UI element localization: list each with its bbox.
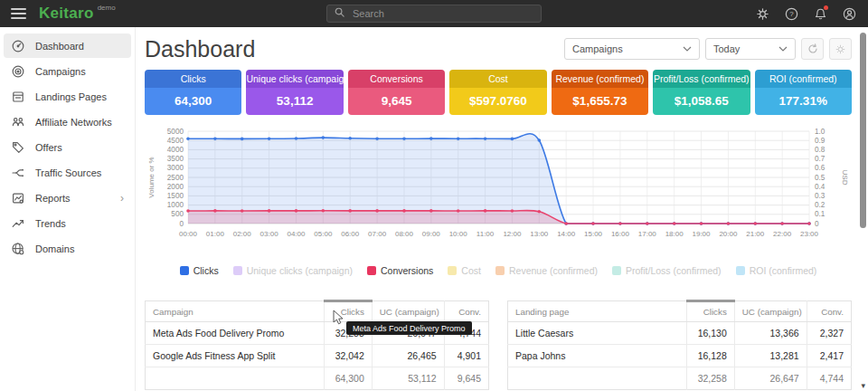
svg-text:15:00: 15:00 xyxy=(584,230,603,238)
metric-label: Conversions xyxy=(348,70,445,88)
chevron-right-icon: › xyxy=(120,192,124,205)
column-header-campaign[interactable]: Campaign xyxy=(146,301,325,322)
total-value xyxy=(508,367,687,390)
metric-label: Profit/Loss (confirmed) xyxy=(653,70,750,88)
svg-text:0: 0 xyxy=(179,220,184,228)
metric-label: Cost xyxy=(449,70,546,88)
svg-text:23:00: 23:00 xyxy=(800,230,819,238)
svg-text:10:00: 10:00 xyxy=(449,230,468,238)
legend-swatch xyxy=(612,266,621,275)
campaigns-report: CampaignClicksUC (campaign)Conv.Meta Ads… xyxy=(145,300,489,390)
sidebar-item-landings-pages[interactable]: Landings Pages xyxy=(4,84,131,109)
settings-icon[interactable] xyxy=(754,5,770,22)
svg-text:2500: 2500 xyxy=(167,174,184,182)
legend-item-profit-loss-confirmed[interactable]: Profit/Loss (confirmed) xyxy=(612,265,722,276)
scrollbar-thumb[interactable] xyxy=(860,33,866,228)
svg-text:21:00: 21:00 xyxy=(746,230,765,238)
scroll-down-arrow-icon[interactable]: ▾ xyxy=(861,382,865,390)
notification-badge xyxy=(824,5,828,10)
metric-value: $1,058.65 xyxy=(653,88,750,115)
row-value: 13,366 xyxy=(734,322,807,345)
svg-text:3500: 3500 xyxy=(167,155,184,163)
row-value: 16,130 xyxy=(686,322,734,345)
row-value: 13,281 xyxy=(734,345,807,367)
sidebar-item-dashboard[interactable]: Dashboard xyxy=(4,33,131,58)
sidebar-item-label: Domains xyxy=(35,243,74,254)
chevron-down-icon xyxy=(683,46,692,52)
metric-card-roi-confirmed: ROI (confirmed)177.31% xyxy=(755,70,852,115)
sidebar-item-traffic-sources[interactable]: Traffic Sources xyxy=(4,160,131,185)
date-range-select[interactable]: Today xyxy=(705,38,796,60)
row-name[interactable]: Meta Ads Food Delivery Promo xyxy=(146,322,325,345)
table-row[interactable]: Google Ads Fitness App Split32,04226,465… xyxy=(146,345,489,367)
legend-item-cost[interactable]: Cost xyxy=(448,265,481,276)
sidebar-item-trends[interactable]: Trends xyxy=(4,211,131,235)
account-icon[interactable] xyxy=(841,5,857,22)
metric-card-revenue-confirmed: Revenue (confirmed)$1,655.73 xyxy=(552,70,648,115)
logo[interactable]: Keitarodemo xyxy=(39,0,116,27)
sidebar-item-offers[interactable]: Offers xyxy=(4,135,131,159)
column-header-conv[interactable]: Conv. xyxy=(807,301,851,322)
svg-text:4500: 4500 xyxy=(167,137,184,145)
svg-text:1000: 1000 xyxy=(167,201,184,209)
totals-row: 32,25826,6474,744 xyxy=(508,367,852,390)
sidebar-item-label: Offers xyxy=(35,142,62,153)
sidebar-item-affiliate-networks[interactable]: Affiliate Networks xyxy=(4,110,131,134)
metric-value: $1,655.73 xyxy=(552,88,648,115)
table-row[interactable]: Papa Johns16,12813,2812,417 xyxy=(508,345,852,367)
help-icon[interactable]: ? xyxy=(783,5,799,22)
menu-toggle-icon[interactable] xyxy=(11,8,26,19)
legend-item-revenue-confirmed[interactable]: Revenue (confirmed) xyxy=(495,265,598,276)
column-header-clicks[interactable]: Clicks xyxy=(686,301,734,322)
column-header-conv[interactable]: Conv. xyxy=(444,301,488,322)
legend-item-roi-confirmed[interactable]: ROI (confirmed) xyxy=(736,265,817,276)
row-name[interactable]: Papa Johns xyxy=(508,345,687,367)
column-header-uc-campaign[interactable]: UC (campaign) xyxy=(734,301,807,322)
sidebar-item-domains[interactable]: Domains xyxy=(4,236,131,261)
sidebar-item-label: Trends xyxy=(35,218,66,229)
demo-badge: demo xyxy=(98,4,116,12)
row-value: 2,327 xyxy=(807,322,851,345)
svg-text:07:00: 07:00 xyxy=(368,230,387,238)
search-icon xyxy=(334,5,345,22)
metric-label: Revenue (confirmed) xyxy=(552,70,648,88)
main-content: Dashboard Campaigns Today xyxy=(136,27,868,391)
sidebar-item-label: Campaigns xyxy=(35,66,86,77)
metric-card-unique-clicks-campaign: Unique clicks (campaign)53,112 xyxy=(246,70,343,115)
row-name[interactable]: Little Caesars xyxy=(508,322,687,345)
totals-row: 64,30053,1129,645 xyxy=(146,367,489,390)
svg-text:18:00: 18:00 xyxy=(665,230,684,238)
metric-value: 64,300 xyxy=(145,88,241,115)
svg-text:Volume or %: Volume or % xyxy=(147,157,156,197)
legend-item-conversions[interactable]: Conversions xyxy=(367,265,433,276)
traffic-chart: 005000.110000.215000.320000.425000.53000… xyxy=(145,122,852,262)
landing-pages-report: Landing pageClicksUC (campaign)Conv.Litt… xyxy=(507,300,852,390)
dashboard-settings-button[interactable] xyxy=(829,38,852,60)
table-row[interactable]: Little Caesars16,13013,3662,327 xyxy=(508,322,852,345)
column-header-uc-campaign[interactable]: UC (campaign) xyxy=(372,301,444,322)
sidebar-item-campaigns[interactable]: Campaigns xyxy=(4,59,131,83)
app-window: Keitarodemo ? DashboardCampaignsLandings… xyxy=(0,0,868,391)
total-value: 9,645 xyxy=(444,367,488,390)
svg-text:14:00: 14:00 xyxy=(557,230,576,238)
legend-item-unique-clicks-campaign[interactable]: Unique clicks (campaign) xyxy=(233,265,353,276)
svg-text:USD: USD xyxy=(841,170,849,186)
legend-item-clicks[interactable]: Clicks xyxy=(180,265,219,276)
row-value: 4,901 xyxy=(444,345,488,367)
row-name[interactable]: Google Ads Fitness App Split xyxy=(146,345,325,367)
svg-text:500: 500 xyxy=(171,210,184,218)
campaigns-report-table: CampaignClicksUC (campaign)Conv.Meta Ads… xyxy=(145,300,489,390)
svg-text:03:00: 03:00 xyxy=(260,230,279,238)
target-icon xyxy=(11,64,25,79)
svg-text:0.3: 0.3 xyxy=(815,192,826,200)
legend-label: Clicks xyxy=(193,265,219,276)
refresh-button[interactable] xyxy=(801,38,824,60)
notifications-icon[interactable] xyxy=(812,5,828,22)
search-input[interactable] xyxy=(351,7,534,20)
svg-text:0.2: 0.2 xyxy=(815,201,826,209)
sidebar-item-reports[interactable]: Reports› xyxy=(4,186,131,210)
column-header-landing-page[interactable]: Landing page xyxy=(508,301,687,322)
campaigns-filter-select[interactable]: Campaigns xyxy=(564,38,700,60)
search-box[interactable] xyxy=(326,5,542,23)
column-header-clicks[interactable]: Clicks xyxy=(324,301,372,322)
